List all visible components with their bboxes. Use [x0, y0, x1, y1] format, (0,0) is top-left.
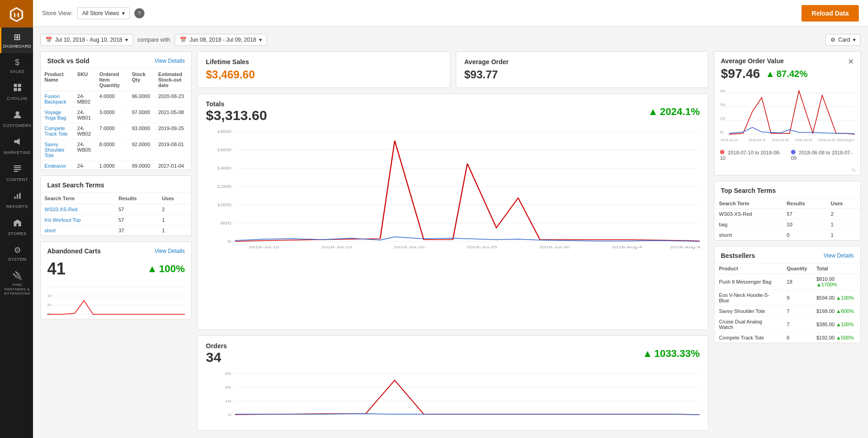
- bestsellers-header: Bestsellers View Details: [714, 246, 860, 263]
- svg-rect-5: [14, 165, 21, 166]
- last-search-terms-title: Last Search Terms: [47, 181, 104, 189]
- dashboard-icon: ⊞: [14, 32, 21, 42]
- aov-close-button[interactable]: ✕: [848, 57, 854, 66]
- results: 57: [115, 215, 158, 225]
- totals-pct: ▲ 2024.1%: [648, 106, 700, 118]
- tst-col-uses: Uses: [826, 198, 860, 209]
- sidebar-item-catalog[interactable]: CATALOG: [0, 78, 33, 105]
- aov-legend-item-2: 2018-06-08 to 2018-07-09: [791, 150, 855, 161]
- store-view-label: Store View:: [42, 10, 72, 16]
- stock-vs-sold-table-scroll[interactable]: Product Name SKU Ordered Item Quantity S…: [41, 69, 191, 170]
- product-name[interactable]: Voyage Yoga Bag: [41, 107, 73, 123]
- list-item: Savvy Shoulder Tote 7 $168.00 ▲600%: [714, 306, 860, 317]
- store-view-select[interactable]: All Store Views ▾: [77, 7, 129, 19]
- reload-data-button[interactable]: Reload Data: [802, 5, 859, 22]
- svg-text:2018-Jul-15: 2018-Jul-15: [321, 245, 352, 249]
- aov-value-group: Average Order Value $97.46 ▲ 87.42%: [721, 57, 807, 81]
- stock-qty: 97.0000: [128, 107, 155, 123]
- ordered-qty: 1.0000: [96, 161, 128, 170]
- compare-label: compare with: [138, 37, 170, 43]
- results: 10: [782, 219, 826, 230]
- up-arrow-icon: ▲: [147, 263, 157, 275]
- date-range-button[interactable]: 📅 Jul 10, 2018 - Aug 10, 2018 ▾: [40, 34, 133, 46]
- col-sku: SKU: [73, 69, 95, 91]
- results: 57: [782, 209, 826, 219]
- ordered-qty: 8.0000: [96, 139, 128, 161]
- lst-col-results: Results: [115, 193, 158, 204]
- svg-text:2018-Jul-10: 2018-Jul-10: [721, 138, 738, 142]
- sidebar-item-dashboard[interactable]: ⊞ DASHBOARD: [0, 27, 33, 53]
- logo: [0, 0, 33, 27]
- middle-column: Lifetime Sales $3,469.60 Average Order $…: [197, 51, 708, 431]
- card-view-button[interactable]: ⚙ Card ▾: [825, 34, 861, 46]
- totals-value: $3,313.60: [206, 108, 267, 123]
- bestsellers-view-details[interactable]: View Details: [824, 252, 854, 259]
- stock-vs-sold-view-details[interactable]: View Details: [155, 58, 185, 64]
- product-name[interactable]: Fusion Backpack: [41, 91, 73, 107]
- customers-icon: [13, 110, 22, 121]
- aov-expand-icon[interactable]: ⤡: [714, 165, 860, 175]
- totals-label-group: Totals $3,313.60: [206, 100, 267, 123]
- last-search-terms-table: Search Term Results Uses WS03-XS-Red 57 …: [41, 193, 191, 235]
- total: $594.00 ▲100%: [812, 290, 860, 306]
- table-row: Compete Track Tote 24-WB02 7.0000 93.000…: [41, 123, 191, 139]
- abandoned-carts-view-details[interactable]: View Details: [155, 248, 185, 254]
- tst-col-term: Search Term: [714, 198, 782, 209]
- gear-icon: ⚙: [830, 37, 835, 43]
- lst-col-uses: Uses: [158, 193, 191, 204]
- compare-date-button[interactable]: 📅 Jun 08, 2018 - Jul 09, 2018 ▾: [175, 34, 266, 46]
- table-row: Voyage Yoga Bag 24-WB01 3.0000 97.0000 2…: [41, 107, 191, 123]
- total: $192.00 ▲500%: [812, 333, 860, 343]
- search-term[interactable]: WS03-XS-Red: [41, 204, 115, 215]
- date-filter-bar: 📅 Jul 10, 2018 - Aug 10, 2018 ▾ compare …: [40, 34, 861, 46]
- stockout-date: 2020-08-23: [155, 91, 191, 107]
- bs-col-qty: Quantity: [782, 263, 812, 274]
- table-row: Fusion Backpack 24-MB02 4.0000 96.0000 2…: [41, 91, 191, 107]
- stock-vs-sold-header: Stock vs Sold View Details: [41, 52, 191, 69]
- list-item: Cruise Dual Analog Watch 7 $385.00 ▲100%: [714, 317, 860, 333]
- bs-col-product: Product: [714, 263, 782, 274]
- results: 0: [782, 230, 826, 241]
- uses: 1: [158, 215, 191, 225]
- stock-vs-sold-card: Stock vs Sold View Details Product Name …: [40, 51, 192, 170]
- sales-icon: $: [15, 58, 19, 67]
- find-partners-icon: 🔌: [12, 271, 22, 281]
- ordered-qty: 3.0000: [96, 107, 128, 123]
- sidebar-item-system[interactable]: ⚙ SYSTEM: [0, 241, 33, 266]
- system-icon: ⚙: [14, 245, 21, 255]
- sidebar-item-stores[interactable]: STORES: [0, 214, 33, 241]
- lifetime-sales-label: Lifetime Sales: [206, 58, 442, 66]
- sidebar-item-customers[interactable]: CUSTOMERS: [0, 105, 33, 132]
- svg-text:0: 0: [228, 239, 232, 244]
- orders-card: Orders 34 ▲ 1033.33%: [197, 335, 708, 431]
- sidebar-label-reports: REPORTS: [6, 204, 28, 209]
- stock-vs-sold-title: Stock vs Sold: [47, 57, 89, 65]
- svg-text:30: 30: [47, 312, 51, 316]
- search-term[interactable]: short: [41, 225, 115, 236]
- svg-rect-2: [14, 88, 17, 91]
- product-name[interactable]: Compete Track Tote: [41, 123, 73, 139]
- sidebar-item-content[interactable]: CONTENT: [0, 159, 33, 186]
- product: Compete Track Tote: [714, 333, 782, 343]
- search-term: WS03-XS-Red: [714, 209, 782, 219]
- sidebar-item-find-partners[interactable]: 🔌 FIND PARTNERS & EXTENSIONS: [0, 266, 33, 301]
- abandoned-carts-header: Abandoned Carts View Details: [41, 242, 191, 257]
- aov-value: $97.46: [721, 66, 760, 81]
- list-item: bag 10 1: [714, 219, 860, 230]
- sidebar-item-reports[interactable]: REPORTS: [0, 186, 33, 214]
- stores-icon: [13, 218, 22, 230]
- help-button[interactable]: ?: [134, 8, 144, 18]
- svg-text:1400: 1400: [217, 166, 232, 171]
- aov-legend: 2018-07-10 to 2018-08-10 2018-06-08 to 2…: [714, 148, 860, 165]
- search-term[interactable]: Iris Workout Top: [41, 215, 115, 225]
- table-row: Endeavor Daytrip 24-WB06 1.0000 99.0000 …: [41, 161, 191, 170]
- average-order-value: $93.77: [464, 68, 700, 81]
- tst-table: Search Term Results Uses WS03-XS-Red 57 …: [714, 198, 860, 240]
- sidebar-item-marketing[interactable]: MARKETING: [0, 132, 33, 159]
- results: 57: [115, 204, 158, 215]
- topbar: Store View: All Store Views ▾ ? Reload D…: [33, 0, 868, 27]
- sidebar-item-sales[interactable]: $ SALES: [0, 53, 33, 78]
- last-search-terms-scroll[interactable]: Search Term Results Uses WS03-XS-Red 57 …: [41, 193, 191, 235]
- product-name[interactable]: Savvy Shoulder Tote: [41, 139, 73, 161]
- product-name[interactable]: Endeavor Daytrip: [41, 161, 73, 170]
